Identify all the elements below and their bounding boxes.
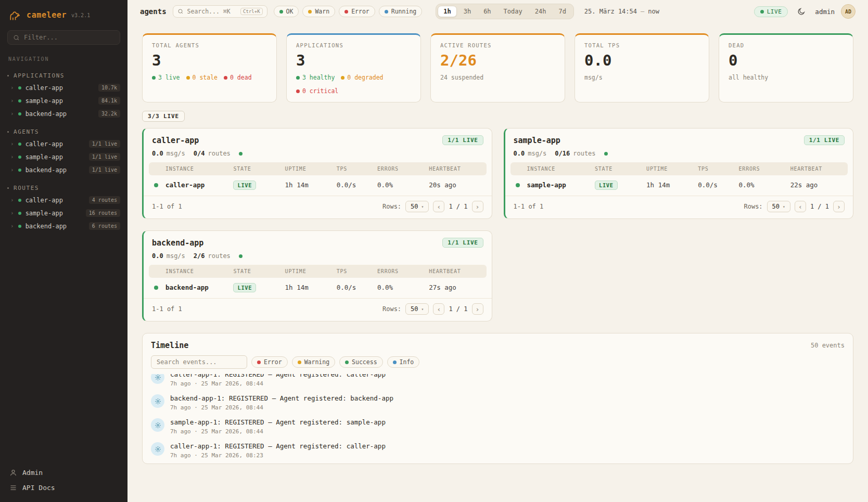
item-label: caller-app <box>25 197 85 204</box>
event-title: caller-app-1: REGISTERED — Agent registe… <box>170 442 386 450</box>
app-card-stats: 0.0msg/s 2/6routes <box>144 252 492 265</box>
section-marker-icon <box>7 131 9 133</box>
caret-down-icon: ▾ <box>422 204 424 209</box>
app-name: cameleer <box>27 10 67 20</box>
item-badge: 1/1 live <box>89 166 120 174</box>
warn-dot-icon <box>308 10 312 14</box>
sidebar-item-api-docs[interactable]: API Docs <box>9 484 118 492</box>
timeline-event[interactable]: caller-app-1: REGISTERED — Agent registe… <box>151 439 845 462</box>
item-badge: 10.7k <box>98 84 120 92</box>
sidebar-item-agents-sample-app[interactable]: › sample-app 1/1 live <box>0 150 127 163</box>
stat-meta-healthy: 3 healthy <box>296 74 335 81</box>
next-page-button[interactable]: › <box>472 201 483 212</box>
sidebar-item-routes-caller-app[interactable]: › caller-app 4 routes <box>0 194 127 207</box>
event-title: sample-app-1: REGISTERED — Agent registe… <box>170 418 386 426</box>
time-range-7d[interactable]: 7d <box>553 6 571 17</box>
sidebar-filter <box>7 30 120 45</box>
rows-per-page-select[interactable]: 50▾ <box>767 201 790 212</box>
timeline-event[interactable]: backend-app-1: REGISTERED — Agent regist… <box>151 391 845 415</box>
item-badge: 32.2k <box>98 110 120 118</box>
section-label: APPLICATIONS <box>14 72 65 79</box>
filter-chip-error[interactable]: Error <box>339 6 375 17</box>
time-range-1h[interactable]: 1h <box>438 6 456 17</box>
status-dot-icon <box>18 156 21 159</box>
next-page-button[interactable]: › <box>833 201 845 212</box>
timeline-event[interactable]: sample-app-1: REGISTERED — Agent registe… <box>151 415 845 439</box>
moon-icon <box>797 7 806 16</box>
content: TOTAL AGENTS 3 3 live 0 stale 0 dead APP… <box>127 23 868 502</box>
chevron-right-icon: › <box>10 166 14 173</box>
chevron-right-icon: › <box>10 210 14 216</box>
time-range-6h[interactable]: 6h <box>478 6 496 17</box>
table-row[interactable]: backend-app LIVE 1h 14m 0.0/s 0.0% 27s a… <box>149 278 487 297</box>
stat-value: 0 <box>729 52 844 69</box>
item-label: backend-app <box>25 110 94 118</box>
sidebar-item-applications-backend-app[interactable]: › backend-app 32.2k <box>0 107 127 120</box>
sidebar-filter-input[interactable] <box>24 34 114 41</box>
time-range-24h[interactable]: 24h <box>529 6 552 17</box>
sidebar-item-agents-backend-app[interactable]: › backend-app 1/1 live <box>0 163 127 176</box>
filter-chip-warn[interactable]: Warn <box>302 6 335 17</box>
section-marker-icon <box>7 75 9 76</box>
heartbeat-dot-icon <box>239 254 242 258</box>
search-icon <box>13 34 20 41</box>
item-label: caller-app <box>25 140 85 148</box>
table-footer: 1-1 of 1 Rows: 50▾ ‹ 1 / 1 › <box>505 196 853 218</box>
time-range-today[interactable]: Today <box>498 6 528 17</box>
sidebar-item-routes-sample-app[interactable]: › sample-app 16 routes <box>0 207 127 220</box>
stat-cards: TOTAL AGENTS 3 3 live 0 stale 0 dead APP… <box>142 33 853 102</box>
status-dot-icon <box>18 86 21 89</box>
timeline-chip-error[interactable]: Error <box>251 356 288 368</box>
sidebar-item-applications-caller-app[interactable]: › caller-app 10.7k <box>0 81 127 94</box>
prev-page-button[interactable]: ‹ <box>433 303 444 315</box>
timeline-event[interactable]: caller-app-1: REGISTERED — Agent registe… <box>151 374 845 391</box>
stat-card-applications: APPLICATIONS 3 3 healthy 0 degraded 0 cr… <box>286 33 421 102</box>
success-dot-icon <box>345 361 349 364</box>
prev-page-button[interactable]: ‹ <box>795 201 806 212</box>
timeline-search-input[interactable] <box>151 355 247 369</box>
error-dot-icon <box>344 10 348 14</box>
sidebar-item-applications-sample-app[interactable]: › sample-app 84.1k <box>0 94 127 107</box>
rows-per-page-select[interactable]: 50▾ <box>405 303 429 315</box>
item-badge: 16 routes <box>86 209 120 217</box>
item-label: sample-app <box>25 153 85 161</box>
section-header-agents[interactable]: AGENTS <box>0 126 127 137</box>
dark-mode-toggle[interactable] <box>794 4 809 19</box>
filter-chip-running[interactable]: Running <box>379 6 422 17</box>
page-indicator: 1 / 1 <box>449 305 467 313</box>
next-page-button[interactable]: › <box>472 303 483 315</box>
timeline-chip-info[interactable]: Info <box>387 356 420 368</box>
app-logo: cameleer v3.2.1 <box>0 0 127 28</box>
list-icon <box>9 484 17 492</box>
stat-value: 3 <box>152 52 267 69</box>
global-search-input[interactable] <box>187 8 237 15</box>
date-range-display[interactable]: 25. März 14:54 — now <box>584 8 659 15</box>
timeline-chip-warning[interactable]: Warning <box>292 356 335 368</box>
sidebar-item-agents-caller-app[interactable]: › caller-app 1/1 live <box>0 137 127 150</box>
section-header-applications[interactable]: APPLICATIONS <box>0 70 127 81</box>
page-title: agents <box>140 7 167 16</box>
rows-per-page-select[interactable]: 50▾ <box>405 201 429 212</box>
table-row[interactable]: caller-app LIVE 1h 14m 0.0/s 0.0% 20s ag… <box>149 175 487 195</box>
live-badge: 1/1 LIVE <box>804 135 845 145</box>
state-badge: LIVE <box>233 283 256 292</box>
table-row[interactable]: sample-app LIVE 1h 14m 0.0/s 0.0% 22s ag… <box>510 175 848 195</box>
nav-section-applications: APPLICATIONS › caller-app 10.7k › sample… <box>0 70 127 120</box>
date-to: now <box>648 8 659 15</box>
stat-card-total-agents: TOTAL AGENTS 3 3 live 0 stale 0 dead <box>142 33 277 102</box>
chevron-right-icon: › <box>10 97 14 104</box>
timeline-chip-success[interactable]: Success <box>339 356 382 368</box>
sidebar-item-admin[interactable]: Admin <box>9 469 118 477</box>
prev-page-button[interactable]: ‹ <box>433 201 444 212</box>
status-dot-icon <box>18 99 21 102</box>
caret-down-icon: ▾ <box>422 307 424 312</box>
filter-chip-ok[interactable]: OK <box>274 6 299 17</box>
sidebar-item-routes-backend-app[interactable]: › backend-app 6 routes <box>0 220 127 233</box>
timeline-event-list[interactable]: caller-app-1: REGISTERED — Agent registe… <box>143 374 853 464</box>
time-range-3h[interactable]: 3h <box>458 6 477 17</box>
section-header-routes[interactable]: ROUTES <box>0 183 127 194</box>
event-title: backend-app-1: REGISTERED — Agent regist… <box>170 394 393 402</box>
avatar[interactable]: AD <box>841 4 856 19</box>
item-badge: 1/1 live <box>89 140 120 148</box>
status-dot-icon <box>18 199 21 202</box>
